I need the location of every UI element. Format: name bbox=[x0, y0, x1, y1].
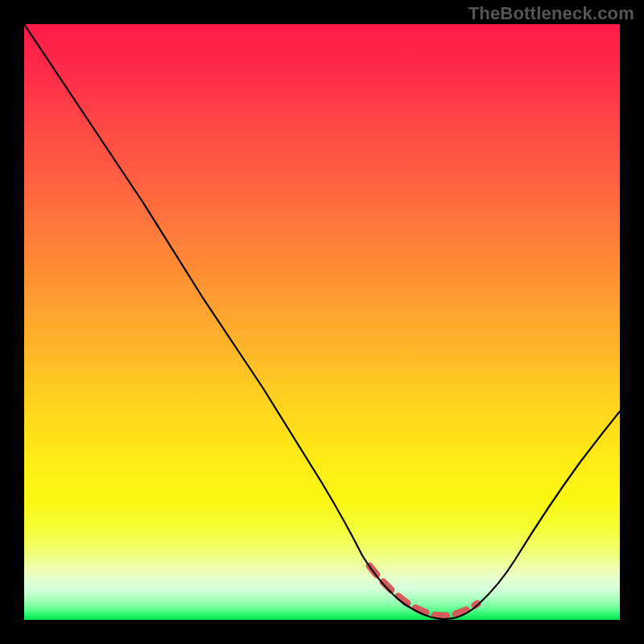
curve-svg bbox=[24, 24, 620, 620]
chart-frame: TheBottleneck.com bbox=[0, 0, 644, 644]
bottleneck-curve bbox=[24, 24, 620, 619]
plot-area bbox=[24, 24, 620, 620]
optimal-range-dashes bbox=[369, 566, 477, 616]
watermark-text: TheBottleneck.com bbox=[469, 3, 634, 24]
